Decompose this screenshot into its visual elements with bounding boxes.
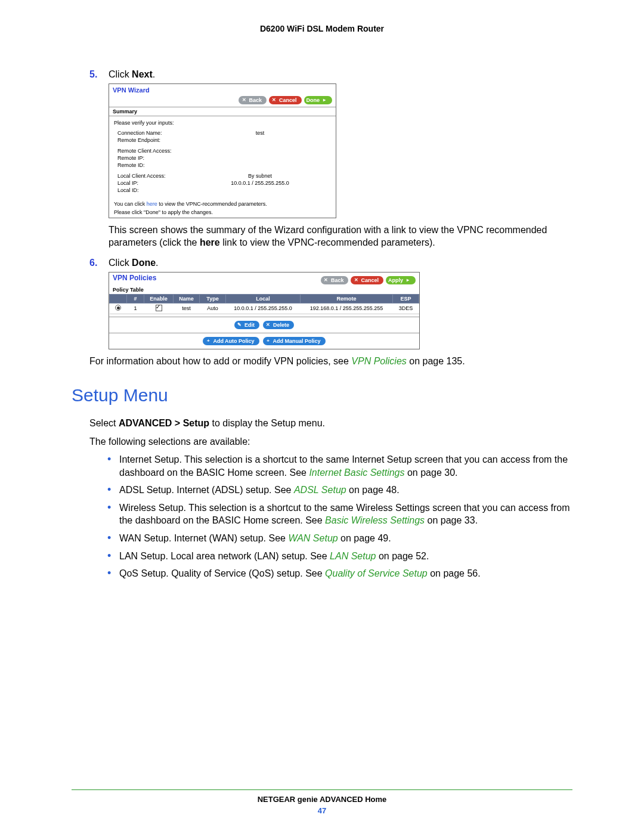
note1b: to view the VPNC-recommended parameters. [157,201,267,207]
step-5-trail: . [153,69,155,79]
th-select [110,294,127,303]
arrow-right-icon: ▸ [405,277,411,283]
b-lan-before: . Local area network (LAN) setup. See [165,551,330,561]
intro1-before: Select [89,418,119,428]
link-lan-setup[interactable]: LAN Setup [330,551,376,561]
policies-actionbar-2: +Add Auto Policy +Add Manual Policy [109,333,419,349]
cell-name: test [174,303,200,314]
row-remote-client-access: Remote Client Access: [114,147,331,154]
v-lip: 10.0.0.1 / 255.255.255.0 [189,180,331,186]
table-header-row: # Enable Name Type Local Remote ESP [110,294,419,303]
th-type: Type [200,294,226,303]
wizard-caption-after: link to view the VPNC-recommended parame… [220,237,435,247]
step-6-bold: Done [132,258,156,268]
row-remote-ip: Remote IP: [114,154,331,162]
cancel-button[interactable]: ✕Cancel [269,96,302,104]
vpn-policies-buttonbar: ✕Back ✕Cancel Apply▸ [321,276,416,284]
k-lca: Local Client Access: [117,173,189,179]
back-button-label: Back [331,277,344,283]
policies-caption-before: For information about how to add or modi… [89,356,351,366]
cell-enable[interactable] [144,303,174,314]
vpn-policies-panel: VPN Policies ✕Back ✕Cancel Apply▸ Policy… [109,272,420,349]
add-auto-policy-button[interactable]: +Add Auto Policy [203,337,259,345]
footer-rule [72,789,572,790]
footer-title: NETGEAR genie ADVANCED Home [72,795,572,804]
doc-header: D6200 WiFi DSL Modem Router [72,24,572,33]
apply-button[interactable]: Apply▸ [386,276,416,284]
bullet-internet-setup: Internet Setup. This selection is a shor… [107,453,572,479]
th-local: Local [226,294,301,303]
page-footer: NETGEAR genie ADVANCED Home 47 [72,789,572,815]
vpn-policies-figure: VPN Policies ✕Back ✕Cancel Apply▸ Policy… [109,272,572,349]
done-button[interactable]: Done▸ [304,96,333,104]
step-6-num: 6. [89,258,109,268]
b-wan-bold: WAN Setup [119,533,169,543]
link-adsl-setup[interactable]: ADSL Setup [294,485,346,495]
v-lca: By subnet [189,173,331,179]
plus-icon: + [205,338,211,344]
b-lan-after: on page 52. [376,551,429,561]
row-local-ip: Local IP:10.0.0.1 / 255.255.255.0 [114,179,331,187]
row-local-client-access: Local Client Access:By subnet [114,172,331,179]
edit-button[interactable]: ✎Edit [234,321,259,329]
k-rid: Remote ID: [117,162,189,168]
k-rca: Remote Client Access: [117,148,189,154]
summary-heading: Summary [109,107,336,116]
back-button[interactable]: ✕Back [321,276,349,284]
x-icon: ✕ [271,97,277,103]
vpn-policies-link[interactable]: VPN Policies [351,356,406,366]
policies-caption: For information about how to add or modi… [89,355,572,368]
link-wan-setup[interactable]: WAN Setup [288,533,338,543]
b-wireless-after: on page 33. [425,515,478,525]
b-lan-bold: LAN Setup [119,551,165,561]
add-manual-label: Add Manual Policy [273,338,321,344]
step-6-trail: . [156,258,158,268]
edit-button-label: Edit [244,322,255,328]
step-5-text: Click Next. [109,69,155,80]
b-wan-before: . Internet (WAN) setup. See [169,533,288,543]
b-adsl-bold: ADSL Setup [119,485,171,495]
add-manual-policy-button[interactable]: +Add Manual Policy [263,337,326,345]
vpn-wizard-figure: VPN Wizard ✕Back ✕Cancel Done▸ Summary P… [109,83,572,218]
v-remote-ep [189,137,331,143]
x-icon: ✕ [265,322,271,328]
back-button[interactable]: ✕Back [239,96,267,104]
intro-1: Select ADVANCED > Setup to display the S… [89,417,572,430]
checkbox-icon [156,305,162,311]
cancel-button-label: Cancel [279,97,297,103]
v-rca [189,148,331,154]
cell-num: 1 [127,303,144,314]
vpnc-here-link[interactable]: here [147,201,157,207]
delete-button[interactable]: ✕Delete [263,321,294,329]
v-lid [189,187,331,193]
link-qos-setup[interactable]: Quality of Service Setup [325,568,428,578]
radio-icon [115,305,121,311]
pencil-icon: ✎ [237,322,243,328]
b-adsl-before: . Internet (ADSL) setup. See [171,485,293,495]
th-enable: Enable [144,294,174,303]
cancel-button[interactable]: ✕Cancel [351,276,383,284]
step-5: 5. Click Next. [89,69,572,80]
table-row: 1 test Auto 10.0.0.1 / 255.255.255.0 192… [110,303,419,314]
intro1-bold: ADVANCED > Setup [119,418,209,428]
vpn-wizard-buttonbar: ✕Back ✕Cancel Done▸ [109,95,336,107]
footer-page-number: 47 [72,806,572,815]
back-button-label: Back [249,97,262,103]
k-conn-name: Connection Name: [117,130,189,136]
cell-remote: 192.168.0.1 / 255.255.255.255 [301,303,393,314]
b-internet-bold: Internet Setup [119,454,179,465]
b-adsl-after: on page 48. [346,485,400,495]
cell-type: Auto [200,303,226,314]
verify-text: Please verify your inputs: [114,120,331,126]
link-basic-wireless-settings[interactable]: Basic Wireless Settings [325,515,425,525]
b-wan-after: on page 49. [338,533,391,543]
th-name: Name [174,294,200,303]
cell-esp: 3DES [393,303,419,314]
link-internet-basic-settings[interactable]: Internet Basic Settings [309,467,404,478]
note2: Please click "Done" to apply the changes… [114,209,331,215]
step-6-text: Click Done. [109,258,159,268]
policies-caption-after: on page 135. [407,356,465,366]
cell-select[interactable] [110,303,127,314]
vpn-wizard-title: VPN Wizard [109,84,336,95]
policy-table: # Enable Name Type Local Remote ESP 1 te… [109,294,419,314]
